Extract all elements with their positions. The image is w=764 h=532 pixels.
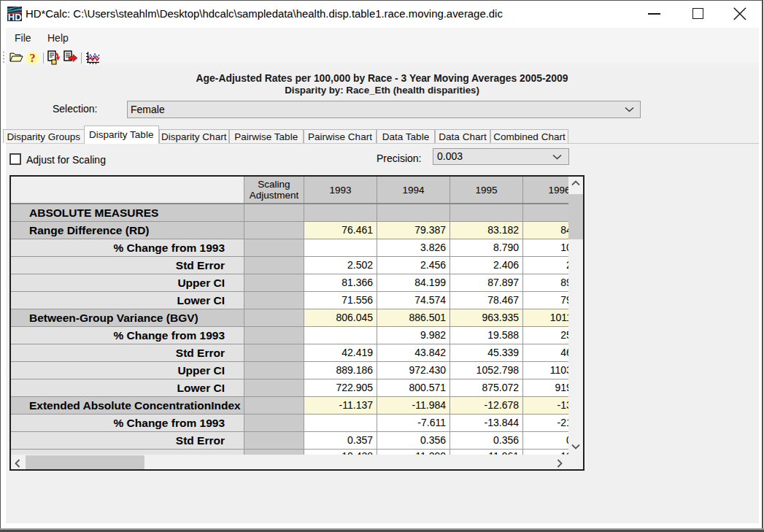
svg-text:?: ? — [30, 52, 36, 64]
svg-text:HD: HD — [8, 12, 22, 21]
